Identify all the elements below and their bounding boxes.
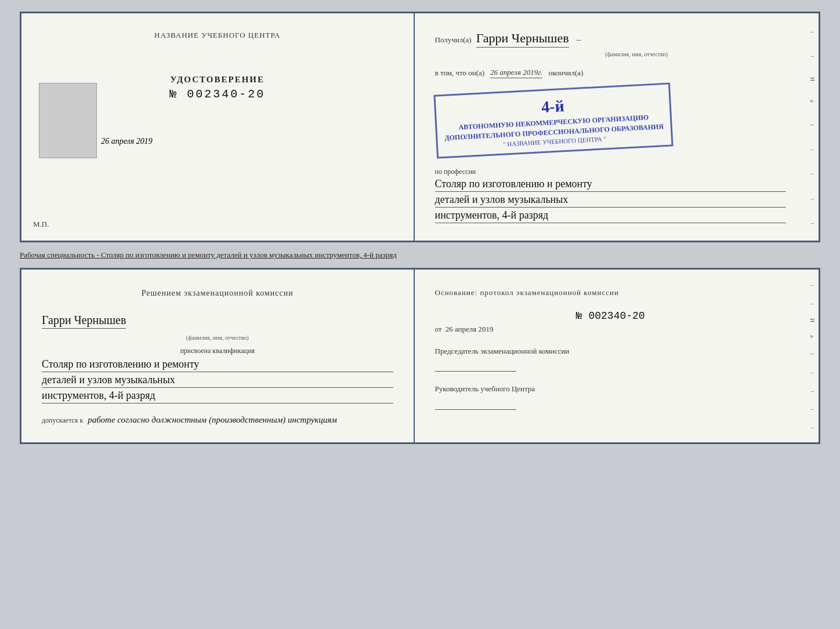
chair-label: Председатель экзаменационной комиссии xyxy=(435,346,787,357)
top-heading: НАЗВАНИЕ УЧЕБНОГО ЦЕНТРА xyxy=(42,31,393,40)
bottom-document: Решением экзаменационной комиссии Гарри … xyxy=(20,268,820,444)
mp-label: М.П. xyxy=(33,220,49,229)
profession-line3: инструментов, 4-й разряд xyxy=(435,209,787,223)
recipient-subtitle: (фамилия, имя, отчество) xyxy=(487,51,787,57)
bottom-doc-right: Основание: протокол экзаменационной коми… xyxy=(415,270,807,442)
qualification-line2: деталей и узлов музыкальных xyxy=(42,374,393,388)
profession-line1: Столяр по изготовлению и ремонту xyxy=(435,178,787,192)
top-doc-right: Получил(а) Гарри Чернышев – (фамилия, им… xyxy=(415,13,807,241)
allowed-text: работе согласно должностным (производств… xyxy=(88,415,337,424)
director-signature-line xyxy=(435,409,516,410)
cert-date: 26 апреля 2019г. xyxy=(490,68,542,78)
bottom-name: Гарри Чернышев xyxy=(42,314,126,329)
side-decoration-bottom: – – И а ← – – – – xyxy=(806,270,819,442)
in-that-label: в том, что он(а) xyxy=(435,68,485,78)
director-label: Руководитель учебного Центра xyxy=(435,383,787,395)
side-decoration-top: – – И а ← – – – – xyxy=(806,13,819,241)
chair-signature-line xyxy=(435,371,516,372)
allowed-label: допускается к работе согласно должностны… xyxy=(42,415,393,425)
chair-block: Председатель экзаменационной комиссии xyxy=(435,346,787,372)
protocol-date: от 26 апреля 2019 xyxy=(435,325,787,334)
issued-date: 26 апреля 2019 xyxy=(101,137,152,146)
bottom-right-title: Основание: протокол экзаменационной коми… xyxy=(435,287,787,299)
bottom-name-subtitle: (фамилия, имя, отчество) xyxy=(42,335,393,341)
top-doc-left: НАЗВАНИЕ УЧЕБНОГО ЦЕНТРА УДОСТОВЕРЕНИЕ №… xyxy=(21,13,415,241)
protocol-number: № 002340-20 xyxy=(435,310,787,322)
profession-label: по профессии xyxy=(435,168,787,176)
stamp: 4-й АВТОНОМНУЮ НЕКОММЕРЧЕСКУЮ ОРГАНИЗАЦИ… xyxy=(433,82,673,158)
bottom-doc-left: Решением экзаменационной комиссии Гарри … xyxy=(21,270,415,442)
recipient-name: Гарри Чернышев xyxy=(476,31,569,48)
assigned-label: присвоена квалификация xyxy=(42,347,393,355)
qualification-line1: Столяр по изготовлению и ремонту xyxy=(42,358,393,372)
photo-placeholder xyxy=(39,83,97,158)
date-prefix: от xyxy=(435,325,442,333)
top-document: НАЗВАНИЕ УЧЕБНОГО ЦЕНТРА УДОСТОВЕРЕНИЕ №… xyxy=(20,12,820,242)
allowed-prefix: допускается к xyxy=(42,416,83,424)
qualification-line3: инструментов, 4-й разряд xyxy=(42,390,393,403)
director-block: Руководитель учебного Центра xyxy=(435,383,787,410)
protocol-date-value: 26 апреля 2019 xyxy=(446,325,494,333)
profession-line2: деталей и узлов музыкальных xyxy=(435,194,787,208)
recipient-prefix: Получил(а) xyxy=(435,35,472,45)
bottom-left-title: Решением экзаменационной комиссии xyxy=(42,287,393,299)
middle-label: Рабочая специальность - Столяр по изгото… xyxy=(20,248,820,262)
finished-label: окончил(а) xyxy=(548,68,583,78)
